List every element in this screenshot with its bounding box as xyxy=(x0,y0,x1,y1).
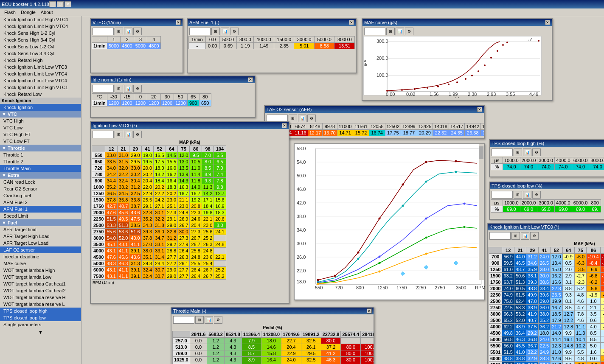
ign-vtc0-val-9-9[interactable]: 18.3 xyxy=(214,210,226,216)
laf-afr-13[interactable]: 26.38 xyxy=(465,130,481,136)
ign-vtc0-val-3-6[interactable]: 13.9 xyxy=(178,171,190,178)
ign-vtc0-val-4-2[interactable]: 30.4 xyxy=(129,178,141,184)
vtec-val-4[interactable]: 4800 xyxy=(147,43,160,49)
menu-dongle[interactable]: Dongle xyxy=(18,9,38,16)
ign-vtc0-val-19-0[interactable]: 43.1 xyxy=(105,273,117,280)
laf-afr-12[interactable]: 24.35 xyxy=(449,130,465,136)
sidebar-item-vtc-high[interactable]: VTC High xyxy=(0,118,81,124)
ign-vtc0-val-9-3[interactable]: 32.8 xyxy=(141,210,153,216)
knock-vtc0-val-10-4[interactable]: 17.9 xyxy=(551,317,562,324)
knock-vtc0-val-11-8[interactable]: -1.5 xyxy=(600,324,604,330)
ign-vtc0-val-9-2[interactable]: 43.6 xyxy=(129,210,141,216)
ign-vtc0-val-18-0[interactable]: 43.1 xyxy=(105,267,117,273)
knock-vtc0-val-16-0[interactable]: 48.8 xyxy=(502,356,514,362)
laf-afr-4[interactable]: 13.70 xyxy=(323,130,337,136)
knock-vtc0-val-9-3[interactable]: 38.0 xyxy=(538,311,550,317)
ign-vtc0-val-7-9[interactable]: 15.6 xyxy=(214,197,226,203)
knock-vtc0-val-14-5[interactable]: 14.8 xyxy=(562,343,574,349)
knock-vtc0-val-5-5[interactable]: 8.8 xyxy=(562,286,574,292)
ign-vtc0-val-10-1[interactable]: 49.5 xyxy=(117,216,129,222)
sidebar-item-afr-target-limit[interactable]: AFR Target limit xyxy=(0,226,81,233)
ign-vtc0-val-5-0[interactable]: 35.2 xyxy=(105,184,117,190)
ign-vtc0-val-4-0[interactable]: 34.4 xyxy=(105,178,117,184)
sidebar-scroll-down[interactable]: ▼ xyxy=(0,328,81,336)
ign-vtc0-val-14-7[interactable]: 26.7 xyxy=(190,241,202,248)
knock-vtc0-val-4-4[interactable]: 16.6 xyxy=(551,279,562,286)
knock-vtc0-val-4-6[interactable]: -2.3 xyxy=(575,279,587,286)
ign-vtc0-val-18-5[interactable]: 29.0 xyxy=(166,267,177,273)
ign-vtc0-val-5-8[interactable]: 11.3 xyxy=(202,184,214,190)
maf-settings-btn[interactable]: ⚙ xyxy=(405,28,413,35)
knock-vtc0-val-3-1[interactable]: 50.6 xyxy=(514,273,526,279)
knock-vtc0-val-14-7[interactable]: 5.0 xyxy=(587,343,600,349)
knock-vtc0-val-5-0[interactable]: 74.0 xyxy=(502,286,514,292)
knock-vtc0-val-3-8[interactable]: -10.4 xyxy=(600,273,604,279)
knock-vtc0-val-11-5[interactable]: 12.8 xyxy=(562,324,574,330)
close-button[interactable]: ✕ xyxy=(65,1,71,7)
knock-vtc0-val-13-1[interactable]: 46.3 xyxy=(514,336,526,343)
knock-vtc0-val-7-2[interactable]: 47.8 xyxy=(526,298,538,305)
ign-vtc0-val-2-5[interactable]: 16.0 xyxy=(166,165,177,171)
knock-vtc0-val-17-1[interactable]: 45.5 xyxy=(514,362,526,364)
tps-high-val-5[interactable]: 74.0 xyxy=(572,164,589,170)
ign-vtc0-table-btn[interactable]: ⊞ xyxy=(115,131,123,138)
afm-fuel1-val-7[interactable]: 8.58 xyxy=(314,43,334,49)
knock-vtc0-val-17-5[interactable]: 0.6 xyxy=(562,362,574,364)
knock-vtc0-val-3-0[interactable]: 63.2 xyxy=(502,273,514,279)
ign-vtc0-val-9-5[interactable]: 27.3 xyxy=(166,210,177,216)
knock-vtc0-val-1-8[interactable]: -12.2 xyxy=(600,260,604,266)
throttle-main-val-2-3[interactable]: 8.7 xyxy=(242,350,261,357)
ign-vtc0-val-3-5[interactable]: 16.2 xyxy=(166,171,177,178)
ign-vtc0-val-10-2[interactable]: 47.5 xyxy=(129,216,141,222)
knock-vtc0-val-4-7[interactable]: -6.2 xyxy=(587,279,600,286)
ign-vtc0-val-0-7[interactable]: 9.5 xyxy=(190,152,202,159)
laf-afr-9[interactable]: 18.77 xyxy=(401,130,417,136)
ign-vtc0-val-13-6[interactable]: 27.3 xyxy=(178,235,190,241)
knock-vtc0-val-11-1[interactable]: 48.9 xyxy=(514,324,526,330)
ign-vtc0-val-18-4[interactable]: 30.7 xyxy=(154,267,166,273)
throttle-main-val-2-1[interactable]: 1.2 xyxy=(207,350,225,357)
maximize-button[interactable]: □ xyxy=(57,1,64,7)
knock-vtc0-val-16-2[interactable]: 32.9 xyxy=(526,356,538,362)
knock-vtc0-val-14-4[interactable]: 12.3 xyxy=(551,343,562,349)
laf-afr-2[interactable]: 11.16 xyxy=(293,130,308,136)
ign-vtc0-val-1-8[interactable]: 8.0 xyxy=(202,159,214,165)
knock-vtc0-val-14-8[interactable]: 0.0 xyxy=(600,343,604,349)
ign-vtc0-val-10-7[interactable]: 24.6 xyxy=(190,216,202,222)
throttle-main-val-1-2[interactable]: 4.3 xyxy=(224,344,242,350)
knock-vtc0-val-11-7[interactable]: 4.0 xyxy=(587,324,600,330)
knock-vtc0-val-11-4[interactable]: 21.2 xyxy=(551,324,562,330)
throttle-main-val-2-0[interactable]: 0.0 xyxy=(190,350,207,357)
vtec-panel-close[interactable]: ✕ xyxy=(176,20,181,25)
tps-low-val-2[interactable]: 69.0 xyxy=(520,206,537,213)
tps-low-input[interactable] xyxy=(492,191,513,199)
knock-vtc0-val-16-1[interactable]: 38.8 xyxy=(514,356,526,362)
ign-vtc0-val-6-3[interactable]: 22.9 xyxy=(141,190,153,197)
idle-val-4[interactable]: 1200 xyxy=(147,100,160,106)
knock-vtc0-val-16-8[interactable]: -3.7 xyxy=(600,356,604,362)
knock-vtc0-val-17-8[interactable]: -8.9 xyxy=(600,362,604,364)
ign-vtc0-val-7-1[interactable]: 35.8 xyxy=(117,197,129,203)
knock-vtc0-val-4-0[interactable]: 63.7 xyxy=(502,279,514,286)
maf-expand-icon[interactable]: ⤢ xyxy=(529,37,533,42)
ign-vtc0-val-19-8[interactable]: 26.7 xyxy=(202,273,214,280)
throttle-main-val-2-7[interactable]: 41.2 xyxy=(321,350,341,357)
ign-vtc0-val-3-0[interactable]: 34.2 xyxy=(105,171,117,178)
knock-vtc0-val-4-3[interactable]: 30.6 xyxy=(538,279,550,286)
knock-vtc0-val-5-8[interactable]: -9.3 xyxy=(600,286,604,292)
ign-vtc0-val-9-8[interactable]: 19.8 xyxy=(202,210,214,216)
ign-vtc0-val-6-1[interactable]: 34.5 xyxy=(117,190,129,197)
ign-vtc0-val-15-6[interactable]: 26.4 xyxy=(178,248,190,254)
knock-vtc0-val-4-8[interactable]: -9.6 xyxy=(600,279,604,286)
knock-vtc0-val-5-1[interactable]: 60.5 xyxy=(514,286,526,292)
ign-vtc0-val-13-4[interactable]: 34.7 xyxy=(154,235,166,241)
knock-vtc0-val-7-5[interactable]: 8.1 xyxy=(562,298,574,305)
ign-vtc0-val-3-3[interactable]: 20.2 xyxy=(141,171,153,178)
knock-vtc0-val-6-6[interactable]: 4.8 xyxy=(575,292,587,298)
idle-val-8[interactable]: 650 xyxy=(199,100,211,106)
knock-vtc0-val-17-4[interactable]: 11.7 xyxy=(551,362,562,364)
ign-vtc0-val-16-3[interactable]: 35.1 xyxy=(141,254,153,260)
idle-settings-btn[interactable]: ⚙ xyxy=(133,85,142,92)
knock-vtc0-val-1-1[interactable]: 46.5 xyxy=(514,260,526,266)
throttle-main-val-1-1[interactable]: 1.2 xyxy=(207,344,225,350)
